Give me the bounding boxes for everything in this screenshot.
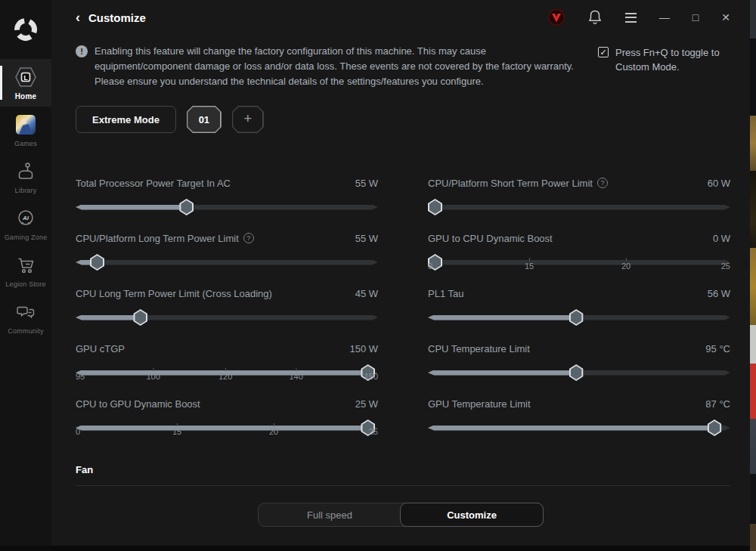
slider-row: GPU to CPU Dynamic Boost0 W0152025	[428, 231, 730, 286]
cart-icon	[14, 254, 37, 277]
notifications-button[interactable]	[587, 9, 603, 26]
fnq-label: Press Fn+Q to toggle to Custom Mode.	[615, 45, 753, 89]
slider-thumb[interactable]	[133, 309, 147, 326]
divider	[76, 485, 730, 486]
legion-hex-l-icon: L	[14, 66, 37, 88]
svg-text:L: L	[23, 74, 27, 82]
slider-row: CPU Temperature Limit95 °C	[428, 341, 730, 396]
sidebar-item-label: Legion Store	[5, 280, 45, 288]
slider-value: 95 °C	[705, 343, 730, 354]
sidebar-item-label: Community	[8, 327, 43, 335]
sidebar-item-label: Gaming Zone	[5, 234, 48, 241]
slider-label: GPU cTGP	[76, 343, 125, 354]
slider-value: 150 W	[349, 343, 378, 354]
slider-label: CPU Long Term Power Limit (Cross Loading…	[76, 288, 272, 299]
profile-01-button[interactable]: 01	[187, 106, 222, 133]
help-icon[interactable]: ?	[243, 233, 254, 243]
slider-ticks: 0152025	[76, 423, 378, 437]
sidebar-item-label: Games	[14, 140, 37, 147]
menu-button[interactable]	[625, 13, 637, 23]
slider-label: PL1 Tau	[428, 288, 463, 299]
sidebar-item-legion-store[interactable]: Legion Store	[0, 247, 51, 294]
fnq-checkbox[interactable]: ✓	[598, 47, 609, 57]
sidebar-item-label: Home	[15, 92, 37, 101]
slider-row: CPU/Platform Short Term Power Limit?60 W	[428, 175, 730, 231]
slider-ticks: 95100120140150	[76, 368, 378, 382]
warning-text: Enabling this feature will change the fa…	[94, 44, 578, 89]
slider-value: 56 W	[708, 288, 730, 299]
slider-row: GPU cTGP150 W95100120140150	[76, 341, 378, 396]
plus-icon: +	[233, 107, 262, 132]
sidebar-item-games[interactable]: Games	[0, 107, 51, 153]
background-window-sliver	[750, 0, 756, 551]
warning-icon: !	[76, 45, 88, 57]
slider-value: 55 W	[355, 178, 378, 189]
slider-row: CPU to GPU Dynamic Boost25 W0152025	[76, 396, 378, 451]
slider-value: 45 W	[355, 288, 378, 299]
slider-thumb[interactable]	[179, 199, 194, 215]
fan-mode-segment: Full speed Customize	[258, 503, 544, 527]
slider-thumb[interactable]	[569, 309, 584, 326]
sidebar-item-gaming-zone[interactable]: AIGaming Zone	[0, 200, 51, 247]
slider-track[interactable]	[428, 199, 730, 215]
ai-circle-icon: AI	[14, 207, 37, 230]
slider-label: GPU Temperature Limit	[428, 398, 531, 410]
fan-heading: Fan	[76, 464, 730, 475]
slider-label: CPU Temperature Limit	[428, 343, 530, 354]
legion-ring-icon	[12, 16, 39, 43]
slider-label: CPU/Platform Short Term Power Limit	[428, 178, 593, 189]
slider-thumb[interactable]	[708, 419, 722, 436]
slider-track[interactable]	[428, 419, 730, 436]
app-window: LHomeGamesLibraryAIGaming ZoneLegion Sto…	[0, 0, 750, 546]
maximize-button[interactable]: □	[692, 12, 699, 23]
sliders-grid: Total Processor Power Target In AC55 WCP…	[76, 175, 730, 451]
slider-thumb[interactable]	[90, 254, 104, 271]
slider-row: CPU Long Term Power Limit (Cross Loading…	[76, 286, 378, 341]
sidebar-item-label: Library	[15, 187, 37, 194]
slider-track[interactable]	[428, 364, 730, 381]
notice-row: ! Enabling this feature will change the …	[51, 35, 750, 89]
slider-track[interactable]	[76, 309, 378, 326]
check-icon: ✓	[600, 48, 606, 56]
sidebar: LHomeGamesLibraryAIGaming ZoneLegion Sto…	[0, 0, 51, 546]
slider-ticks: 0152025	[428, 258, 730, 271]
titlebar: ‹ Customize	[51, 0, 750, 35]
slider-label: Total Processor Power Target In AC	[76, 178, 231, 189]
slider-value: 0 W	[713, 233, 730, 244]
page-title: Customize	[88, 11, 146, 24]
help-icon[interactable]: ?	[597, 178, 608, 188]
slider-value: 25 W	[355, 398, 378, 410]
mode-row: Extreme Mode 01 +	[51, 89, 750, 133]
add-profile-button[interactable]: +	[232, 106, 264, 133]
legion-avatar-icon	[548, 9, 565, 26]
slider-thumb[interactable]	[569, 364, 584, 381]
slider-label: CPU/Platform Long Term Power Limit	[76, 233, 239, 244]
fan-customize-button[interactable]: Customize	[400, 503, 544, 527]
slider-label: CPU to GPU Dynamic Boost	[76, 398, 200, 410]
fan-full-speed-button[interactable]: Full speed	[259, 503, 401, 526]
slider-row: PL1 Tau56 W	[428, 286, 730, 341]
back-button[interactable]: ‹	[76, 11, 80, 24]
extreme-mode-button[interactable]: Extreme Mode	[76, 106, 176, 133]
fnq-toggle: ✓ Press Fn+Q to toggle to Custom Mode.	[598, 44, 753, 89]
warning-notice: ! Enabling this feature will change the …	[76, 44, 578, 89]
slider-value: 87 °C	[705, 398, 730, 410]
sidebar-item-library[interactable]: Library	[0, 153, 51, 200]
slider-value: 55 W	[355, 233, 378, 244]
bell-icon	[587, 9, 603, 26]
slider-row: GPU Temperature Limit87 °C	[428, 396, 730, 451]
slider-track[interactable]	[76, 199, 378, 215]
desktop-strip	[0, 546, 750, 551]
slider-track[interactable]	[76, 254, 378, 271]
sidebar-item-home[interactable]: LHome	[0, 59, 51, 107]
main-panel: ‹ Customize	[51, 0, 750, 546]
sidebar-item-community[interactable]: Community	[0, 294, 51, 341]
slider-thumb[interactable]	[428, 199, 442, 215]
slider-row: Total Processor Power Target In AC55 W	[76, 175, 378, 231]
slider-row: CPU/Platform Long Term Power Limit?55 W	[76, 231, 378, 286]
user-avatar[interactable]	[548, 9, 565, 26]
close-button[interactable]: ✕	[721, 12, 730, 23]
legion-logo[interactable]	[0, 0, 51, 59]
slider-track[interactable]	[428, 309, 730, 326]
minimize-button[interactable]: —	[659, 12, 670, 23]
